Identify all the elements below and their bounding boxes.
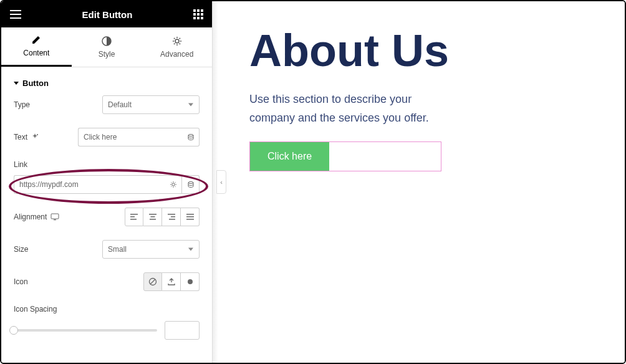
- controls-panel: Type Default Text: [1, 95, 212, 340]
- control-icon-spacing: Icon Spacing: [14, 305, 200, 340]
- control-icon: Icon: [14, 272, 200, 291]
- svg-rect-8: [201, 13, 203, 16]
- type-label: Type: [14, 100, 102, 109]
- contrast-icon: [102, 36, 112, 46]
- svg-line-33: [150, 279, 155, 284]
- svg-rect-21: [130, 216, 135, 218]
- size-label: Size: [14, 245, 102, 254]
- svg-rect-29: [186, 214, 194, 215]
- control-size: Size Small: [14, 240, 200, 259]
- icon-spacing-slider[interactable]: [14, 329, 157, 332]
- editor-title: Edit Button: [82, 9, 133, 20]
- svg-rect-23: [149, 214, 156, 215]
- control-link: Link: [14, 160, 200, 194]
- preview-heading: About Us: [249, 27, 594, 75]
- svg-point-16: [171, 183, 174, 186]
- svg-rect-30: [186, 216, 194, 218]
- icon-spacing-value[interactable]: [165, 321, 200, 340]
- preview-cta-button[interactable]: Click here: [250, 142, 329, 171]
- editor-tabs: Content Style Advanced: [1, 27, 212, 67]
- alignment-label: Alignment: [14, 213, 47, 221]
- gear-icon: [172, 36, 182, 46]
- svg-rect-27: [171, 216, 175, 218]
- text-input[interactable]: [78, 128, 182, 146]
- icon-library-button[interactable]: [181, 272, 200, 291]
- align-left-button[interactable]: [125, 208, 143, 226]
- type-select[interactable]: Default: [102, 95, 200, 114]
- control-alignment: Alignment: [14, 208, 200, 226]
- svg-rect-3: [193, 9, 196, 12]
- size-select[interactable]: Small: [102, 240, 200, 259]
- chevron-left-icon: ‹: [220, 178, 223, 186]
- svg-rect-4: [197, 9, 200, 12]
- link-input[interactable]: [14, 175, 165, 194]
- text-label: Text: [14, 133, 27, 141]
- dynamic-tags-icon[interactable]: [182, 175, 200, 194]
- collapse-handle[interactable]: ‹: [216, 170, 226, 194]
- responsive-icon[interactable]: [51, 213, 59, 221]
- control-text: Text: [14, 128, 200, 146]
- tab-label: Advanced: [160, 50, 193, 59]
- svg-rect-22: [130, 219, 137, 220]
- svg-rect-9: [193, 17, 196, 19]
- align-center-button[interactable]: [143, 208, 162, 226]
- dynamic-tags-icon[interactable]: [182, 128, 200, 146]
- caret-down-icon: [14, 82, 19, 85]
- control-type: Type Default: [14, 95, 200, 114]
- svg-rect-26: [168, 214, 175, 215]
- pencil-icon: [31, 35, 41, 45]
- svg-rect-18: [51, 214, 59, 219]
- svg-rect-2: [10, 17, 21, 19]
- svg-rect-19: [54, 219, 56, 220]
- tab-label: Style: [99, 50, 115, 59]
- svg-rect-10: [197, 17, 200, 19]
- icon-label: Icon: [14, 277, 102, 286]
- section-title: Button: [22, 79, 49, 88]
- editor-sidebar: Edit Button Content Style Advanced Butto…: [1, 1, 212, 363]
- svg-rect-5: [201, 9, 203, 12]
- svg-rect-6: [193, 13, 196, 16]
- slider-thumb[interactable]: [9, 326, 18, 335]
- icon-spacing-label: Icon Spacing: [14, 305, 200, 314]
- svg-rect-24: [150, 216, 155, 218]
- tab-label: Content: [23, 49, 49, 57]
- svg-rect-31: [186, 219, 194, 220]
- icon-upload-button[interactable]: [162, 272, 181, 291]
- panel-divider: ‹: [212, 1, 218, 363]
- svg-rect-0: [10, 10, 21, 11]
- svg-point-17: [188, 182, 193, 184]
- svg-point-14: [37, 134, 38, 135]
- ai-sparkle-icon[interactable]: [31, 133, 39, 141]
- svg-point-34: [188, 279, 193, 284]
- svg-rect-28: [169, 219, 175, 220]
- svg-point-15: [188, 135, 193, 136]
- tab-style[interactable]: Style: [72, 27, 142, 67]
- svg-rect-1: [10, 14, 21, 15]
- preview-canvas: About Us Use this section to describe yo…: [218, 1, 625, 363]
- button-element-frame[interactable]: Click here: [249, 141, 441, 171]
- svg-point-13: [175, 39, 179, 43]
- svg-rect-25: [150, 219, 156, 220]
- align-justify-button[interactable]: [181, 208, 200, 226]
- tab-advanced[interactable]: Advanced: [142, 27, 212, 67]
- svg-rect-7: [197, 13, 200, 16]
- link-label: Link: [14, 160, 27, 169]
- link-options-icon[interactable]: [165, 175, 182, 194]
- svg-rect-20: [130, 214, 138, 215]
- tab-content[interactable]: Content: [1, 27, 72, 67]
- svg-rect-11: [201, 17, 203, 19]
- align-right-button[interactable]: [162, 208, 181, 226]
- menu-icon[interactable]: [10, 10, 21, 19]
- editor-topbar: Edit Button: [1, 1, 212, 27]
- widgets-icon[interactable]: [193, 9, 203, 19]
- preview-paragraph: Use this section to describe your compan…: [249, 90, 449, 128]
- icon-none-button[interactable]: [143, 272, 162, 291]
- section-header-button[interactable]: Button: [1, 67, 212, 95]
